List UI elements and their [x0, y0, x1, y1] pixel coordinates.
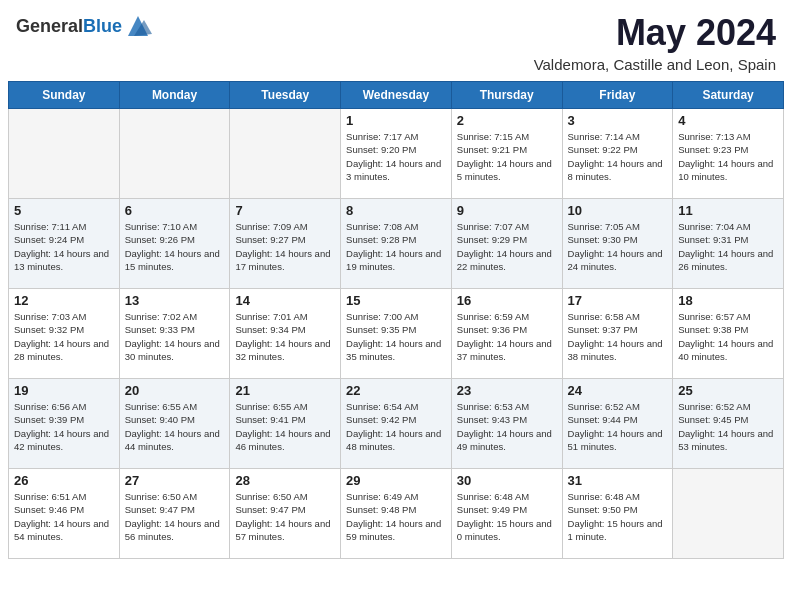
day-number: 7 [235, 203, 335, 218]
logo: GeneralBlue [16, 12, 152, 40]
day-info: Sunrise: 6:59 AMSunset: 9:36 PMDaylight:… [457, 310, 557, 363]
calendar-cell: 21Sunrise: 6:55 AMSunset: 9:41 PMDayligh… [230, 379, 341, 469]
weekday-header-thursday: Thursday [451, 82, 562, 109]
day-info: Sunrise: 6:55 AMSunset: 9:41 PMDaylight:… [235, 400, 335, 453]
week-row-2: 5Sunrise: 7:11 AMSunset: 9:24 PMDaylight… [9, 199, 784, 289]
calendar-cell: 5Sunrise: 7:11 AMSunset: 9:24 PMDaylight… [9, 199, 120, 289]
day-number: 22 [346, 383, 446, 398]
calendar-cell: 22Sunrise: 6:54 AMSunset: 9:42 PMDayligh… [341, 379, 452, 469]
day-number: 12 [14, 293, 114, 308]
page-header: GeneralBlue May 2024 Valdemora, Castille… [0, 0, 792, 81]
calendar-cell: 26Sunrise: 6:51 AMSunset: 9:46 PMDayligh… [9, 469, 120, 559]
calendar-cell: 14Sunrise: 7:01 AMSunset: 9:34 PMDayligh… [230, 289, 341, 379]
calendar-cell: 29Sunrise: 6:49 AMSunset: 9:48 PMDayligh… [341, 469, 452, 559]
day-info: Sunrise: 6:49 AMSunset: 9:48 PMDaylight:… [346, 490, 446, 543]
day-info: Sunrise: 7:03 AMSunset: 9:32 PMDaylight:… [14, 310, 114, 363]
weekday-header-friday: Friday [562, 82, 673, 109]
day-number: 30 [457, 473, 557, 488]
logo-general: General [16, 16, 83, 36]
day-info: Sunrise: 7:01 AMSunset: 9:34 PMDaylight:… [235, 310, 335, 363]
calendar-cell: 2Sunrise: 7:15 AMSunset: 9:21 PMDaylight… [451, 109, 562, 199]
weekday-header-wednesday: Wednesday [341, 82, 452, 109]
day-number: 14 [235, 293, 335, 308]
weekday-header-tuesday: Tuesday [230, 82, 341, 109]
day-number: 17 [568, 293, 668, 308]
day-number: 26 [14, 473, 114, 488]
day-info: Sunrise: 6:56 AMSunset: 9:39 PMDaylight:… [14, 400, 114, 453]
calendar-cell: 8Sunrise: 7:08 AMSunset: 9:28 PMDaylight… [341, 199, 452, 289]
day-info: Sunrise: 6:52 AMSunset: 9:44 PMDaylight:… [568, 400, 668, 453]
day-number: 20 [125, 383, 225, 398]
day-info: Sunrise: 7:02 AMSunset: 9:33 PMDaylight:… [125, 310, 225, 363]
calendar-cell: 31Sunrise: 6:48 AMSunset: 9:50 PMDayligh… [562, 469, 673, 559]
day-info: Sunrise: 6:55 AMSunset: 9:40 PMDaylight:… [125, 400, 225, 453]
day-number: 8 [346, 203, 446, 218]
day-info: Sunrise: 6:52 AMSunset: 9:45 PMDaylight:… [678, 400, 778, 453]
calendar-cell: 15Sunrise: 7:00 AMSunset: 9:35 PMDayligh… [341, 289, 452, 379]
day-number: 9 [457, 203, 557, 218]
day-number: 19 [14, 383, 114, 398]
calendar-title: May 2024 [534, 12, 776, 54]
weekday-header-monday: Monday [119, 82, 230, 109]
day-number: 2 [457, 113, 557, 128]
logo-blue: Blue [83, 16, 122, 36]
day-info: Sunrise: 7:04 AMSunset: 9:31 PMDaylight:… [678, 220, 778, 273]
calendar-cell: 16Sunrise: 6:59 AMSunset: 9:36 PMDayligh… [451, 289, 562, 379]
calendar-cell [673, 469, 784, 559]
calendar-cell: 12Sunrise: 7:03 AMSunset: 9:32 PMDayligh… [9, 289, 120, 379]
calendar-cell: 9Sunrise: 7:07 AMSunset: 9:29 PMDaylight… [451, 199, 562, 289]
calendar-cell: 7Sunrise: 7:09 AMSunset: 9:27 PMDaylight… [230, 199, 341, 289]
day-number: 10 [568, 203, 668, 218]
day-number: 5 [14, 203, 114, 218]
day-info: Sunrise: 7:07 AMSunset: 9:29 PMDaylight:… [457, 220, 557, 273]
day-number: 21 [235, 383, 335, 398]
day-info: Sunrise: 7:11 AMSunset: 9:24 PMDaylight:… [14, 220, 114, 273]
calendar-cell: 3Sunrise: 7:14 AMSunset: 9:22 PMDaylight… [562, 109, 673, 199]
day-info: Sunrise: 6:50 AMSunset: 9:47 PMDaylight:… [235, 490, 335, 543]
day-info: Sunrise: 7:13 AMSunset: 9:23 PMDaylight:… [678, 130, 778, 183]
day-info: Sunrise: 7:17 AMSunset: 9:20 PMDaylight:… [346, 130, 446, 183]
calendar-cell [119, 109, 230, 199]
calendar-cell: 18Sunrise: 6:57 AMSunset: 9:38 PMDayligh… [673, 289, 784, 379]
day-number: 13 [125, 293, 225, 308]
logo-icon [124, 12, 152, 40]
calendar-cell: 24Sunrise: 6:52 AMSunset: 9:44 PMDayligh… [562, 379, 673, 469]
title-block: May 2024 Valdemora, Castille and Leon, S… [534, 12, 776, 73]
calendar-cell: 30Sunrise: 6:48 AMSunset: 9:49 PMDayligh… [451, 469, 562, 559]
calendar-cell: 19Sunrise: 6:56 AMSunset: 9:39 PMDayligh… [9, 379, 120, 469]
day-info: Sunrise: 6:51 AMSunset: 9:46 PMDaylight:… [14, 490, 114, 543]
day-number: 18 [678, 293, 778, 308]
calendar-cell: 4Sunrise: 7:13 AMSunset: 9:23 PMDaylight… [673, 109, 784, 199]
day-number: 11 [678, 203, 778, 218]
day-info: Sunrise: 7:14 AMSunset: 9:22 PMDaylight:… [568, 130, 668, 183]
calendar-subtitle: Valdemora, Castille and Leon, Spain [534, 56, 776, 73]
day-info: Sunrise: 6:57 AMSunset: 9:38 PMDaylight:… [678, 310, 778, 363]
weekday-header-saturday: Saturday [673, 82, 784, 109]
day-info: Sunrise: 6:48 AMSunset: 9:50 PMDaylight:… [568, 490, 668, 543]
day-number: 6 [125, 203, 225, 218]
day-info: Sunrise: 6:48 AMSunset: 9:49 PMDaylight:… [457, 490, 557, 543]
calendar-cell [9, 109, 120, 199]
day-number: 28 [235, 473, 335, 488]
calendar-cell: 25Sunrise: 6:52 AMSunset: 9:45 PMDayligh… [673, 379, 784, 469]
calendar-cell: 6Sunrise: 7:10 AMSunset: 9:26 PMDaylight… [119, 199, 230, 289]
day-info: Sunrise: 7:08 AMSunset: 9:28 PMDaylight:… [346, 220, 446, 273]
day-number: 3 [568, 113, 668, 128]
calendar-cell: 11Sunrise: 7:04 AMSunset: 9:31 PMDayligh… [673, 199, 784, 289]
weekday-header-sunday: Sunday [9, 82, 120, 109]
calendar-table: SundayMondayTuesdayWednesdayThursdayFrid… [8, 81, 784, 559]
calendar-cell: 27Sunrise: 6:50 AMSunset: 9:47 PMDayligh… [119, 469, 230, 559]
day-number: 29 [346, 473, 446, 488]
day-number: 27 [125, 473, 225, 488]
day-number: 1 [346, 113, 446, 128]
day-info: Sunrise: 6:54 AMSunset: 9:42 PMDaylight:… [346, 400, 446, 453]
day-info: Sunrise: 6:58 AMSunset: 9:37 PMDaylight:… [568, 310, 668, 363]
calendar-cell: 23Sunrise: 6:53 AMSunset: 9:43 PMDayligh… [451, 379, 562, 469]
day-number: 4 [678, 113, 778, 128]
calendar-cell: 13Sunrise: 7:02 AMSunset: 9:33 PMDayligh… [119, 289, 230, 379]
day-info: Sunrise: 7:05 AMSunset: 9:30 PMDaylight:… [568, 220, 668, 273]
day-number: 31 [568, 473, 668, 488]
day-number: 25 [678, 383, 778, 398]
calendar-cell: 28Sunrise: 6:50 AMSunset: 9:47 PMDayligh… [230, 469, 341, 559]
calendar-cell: 10Sunrise: 7:05 AMSunset: 9:30 PMDayligh… [562, 199, 673, 289]
